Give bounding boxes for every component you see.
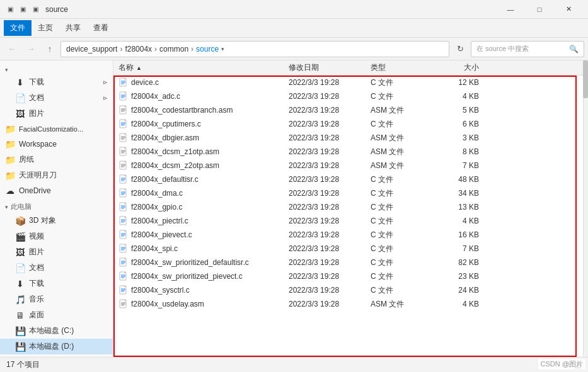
file-size: 6 KB <box>431 120 481 128</box>
file-row[interactable]: f28004x_usdelay.asm 2022/3/3 19:28 ASM 文… <box>113 297 583 311</box>
file-row[interactable]: f28004x_adc.c 2022/3/3 19:28 C 文件 4 KB <box>113 89 583 103</box>
file-type: ASM 文件 <box>368 161 431 171</box>
file-row[interactable]: f28004x_sw_prioritized_defaultisr.c 2022… <box>113 256 583 269</box>
file-name-cell: f28004x_sw_prioritized_defaultisr.c <box>116 257 286 268</box>
sidebar-item-drive-c[interactable]: 💾 本地磁盘 (C:) <box>0 323 113 339</box>
file-row[interactable]: f28004x_dbgier.asm 2022/3/3 19:28 ASM 文件… <box>113 131 583 145</box>
back-button[interactable]: ← <box>4 41 20 57</box>
col-date-header[interactable]: 修改日期 <box>286 62 368 73</box>
col-size-label: 大小 <box>464 63 479 72</box>
file-row[interactable]: f28004x_defaultisr.c 2022/3/3 19:28 C 文件… <box>113 172 583 186</box>
file-size: 23 KB <box>431 272 481 281</box>
address-path[interactable]: device_support › f28004x › common › sour… <box>61 41 449 57</box>
file-date: 2022/3/3 19:28 <box>286 217 368 225</box>
col-name-header[interactable]: 名称 ▲ <box>116 62 286 73</box>
file-type: ASM 文件 <box>368 105 431 116</box>
file-row[interactable]: f28004x_sw_prioritized_pievect.c 2022/3/… <box>113 269 583 283</box>
file-row[interactable]: f28004x_dcsm_z1otp.asm 2022/3/3 19:28 AS… <box>113 145 583 159</box>
window-icon-1: ▣ <box>5 4 15 14</box>
file-type: C 文件 <box>368 230 431 240</box>
window-icon-3: ▣ <box>30 4 40 14</box>
menu-view[interactable]: 查看 <box>87 20 115 36</box>
col-type-header[interactable]: 类型 <box>368 62 431 73</box>
path-dropdown-icon[interactable]: ▾ <box>221 46 224 52</box>
sidebar: ▾ ⬇ 下载 ⊳ 📄 文档 ⊳ 🖼 图片 📁 FacialCustomizati… <box>0 60 113 357</box>
main-layout: ▾ ⬇ 下载 ⊳ 📄 文档 ⊳ 🖼 图片 📁 FacialCustomizati… <box>0 60 588 357</box>
sidebar-item-onedrive[interactable]: ☁ OneDrive <box>0 183 113 198</box>
file-row[interactable]: f28004x_dma.c 2022/3/3 19:28 C 文件 34 KB <box>113 186 583 200</box>
forward-button[interactable]: → <box>23 41 39 57</box>
path-f28004x[interactable]: f28004x <box>125 45 152 54</box>
sidebar-item-tianya[interactable]: 📁 天涯明月刀 <box>0 167 113 183</box>
file-name-cell: f28004x_spi.c <box>116 244 286 254</box>
file-row[interactable]: f28004x_dcsm_z2otp.asm 2022/3/3 19:28 AS… <box>113 159 583 172</box>
file-date: 2022/3/3 19:28 <box>286 175 368 184</box>
sidebar-item-video[interactable]: 🎬 视频 <box>0 228 113 244</box>
scrollbar-thumb[interactable] <box>583 60 588 98</box>
file-row[interactable]: f28004x_spi.c 2022/3/3 19:28 C 文件 7 KB <box>113 242 583 256</box>
sidebar-item-pictures[interactable]: 🖼 图片 <box>0 106 113 121</box>
maximize-button[interactable]: □ <box>525 0 554 19</box>
up-button[interactable]: ↑ <box>42 41 58 57</box>
file-row[interactable]: f28004x_codestartbranch.asm 2022/3/3 19:… <box>113 103 583 117</box>
status-bar: 17 个项目 ≡ ⊞ <box>0 357 588 372</box>
file-row[interactable]: device.c 2022/3/3 19:28 C 文件 12 KB <box>113 76 583 89</box>
sidebar-item-drive-d[interactable]: 💾 本地磁盘 (D:) <box>0 339 113 354</box>
file-date: 2022/3/3 19:28 <box>286 161 368 170</box>
search-box[interactable]: 在 source 中搜索 🔍 <box>471 41 584 57</box>
sidebar-item-docs[interactable]: 📄 文档 ⊳ <box>0 90 113 106</box>
file-size: 4 KB <box>431 92 481 101</box>
file-name-text: f28004x_gpio.c <box>131 203 182 211</box>
refresh-button[interactable]: ↻ <box>452 41 468 57</box>
menu-file[interactable]: 文件 <box>4 20 32 36</box>
sidebar-item-workspace[interactable]: 📁 Workspace <box>0 137 113 152</box>
file-type: C 文件 <box>368 119 431 130</box>
file-name-text: f28004x_usdelay.asm <box>131 300 204 308</box>
sidebar-item-pic[interactable]: 🖼 图片 <box>0 244 113 260</box>
file-row[interactable]: f28004x_piectrl.c 2022/3/3 19:28 C 文件 4 … <box>113 214 583 228</box>
sidebar-item-fangzhi[interactable]: 📁 房纸 <box>0 152 113 167</box>
minimize-button[interactable]: — <box>496 0 525 19</box>
file-icon <box>118 133 129 143</box>
file-type: C 文件 <box>368 271 431 282</box>
file-size: 16 KB <box>431 230 481 239</box>
sidebar-item-dl[interactable]: ⬇ 下载 <box>0 276 113 291</box>
download-arrow: ⊳ <box>103 79 108 86</box>
file-row[interactable]: f28004x_gpio.c 2022/3/3 19:28 C 文件 13 KB <box>113 200 583 214</box>
file-date: 2022/3/3 19:28 <box>286 189 368 198</box>
sidebar-item-3d[interactable]: 📦 3D 对象 <box>0 213 113 228</box>
sidebar-item-facial[interactable]: 📁 FacialCustomizatio... <box>0 121 113 137</box>
file-type: ASM 文件 <box>368 147 431 157</box>
file-size: 48 KB <box>431 175 481 184</box>
file-type: C 文件 <box>368 244 431 254</box>
file-name-cell: device.c <box>116 77 286 87</box>
sidebar-item-document[interactable]: 📄 文档 <box>0 260 113 276</box>
file-row[interactable]: f28004x_sysctrl.c 2022/3/3 19:28 C 文件 24… <box>113 283 583 297</box>
file-name-text: f28004x_adc.c <box>131 92 180 101</box>
dl-icon: ⬇ <box>15 279 25 289</box>
col-size-header[interactable]: 大小 <box>431 62 481 73</box>
sidebar-item-desktop[interactable]: 🖥 桌面 <box>0 307 113 323</box>
title-bar: ▣ ▣ ▣ source — □ ✕ <box>0 0 588 19</box>
right-scrollbar[interactable] <box>583 60 588 357</box>
file-row[interactable]: f28004x_cputimers.c 2022/3/3 19:28 C 文件 … <box>113 117 583 131</box>
path-source[interactable]: source <box>196 45 219 54</box>
sidebar-item-music[interactable]: 🎵 音乐 <box>0 291 113 307</box>
path-common[interactable]: common <box>159 45 188 54</box>
file-icon <box>118 271 129 281</box>
col-name-label: 名称 <box>118 62 134 73</box>
file-icon <box>118 188 129 198</box>
file-name-cell: f28004x_gpio.c <box>116 202 286 212</box>
file-name-text: device.c <box>131 78 159 87</box>
file-list[interactable]: device.c 2022/3/3 19:28 C 文件 12 KB f2 <box>113 76 583 357</box>
close-button[interactable]: ✕ <box>554 0 583 19</box>
sidebar-onedrive-label: OneDrive <box>19 186 51 195</box>
menu-share[interactable]: 共享 <box>59 20 87 36</box>
sidebar-item-download[interactable]: ⬇ 下载 ⊳ <box>0 74 113 90</box>
menu-home[interactable]: 主页 <box>32 20 59 36</box>
window-controls: — □ ✕ <box>496 0 583 19</box>
path-device-support[interactable]: device_support <box>66 45 117 54</box>
file-name-cell: f28004x_cputimers.c <box>116 119 286 129</box>
col-type-label: 类型 <box>371 63 386 72</box>
file-row[interactable]: f28004x_pievect.c 2022/3/3 19:28 C 文件 16… <box>113 228 583 242</box>
